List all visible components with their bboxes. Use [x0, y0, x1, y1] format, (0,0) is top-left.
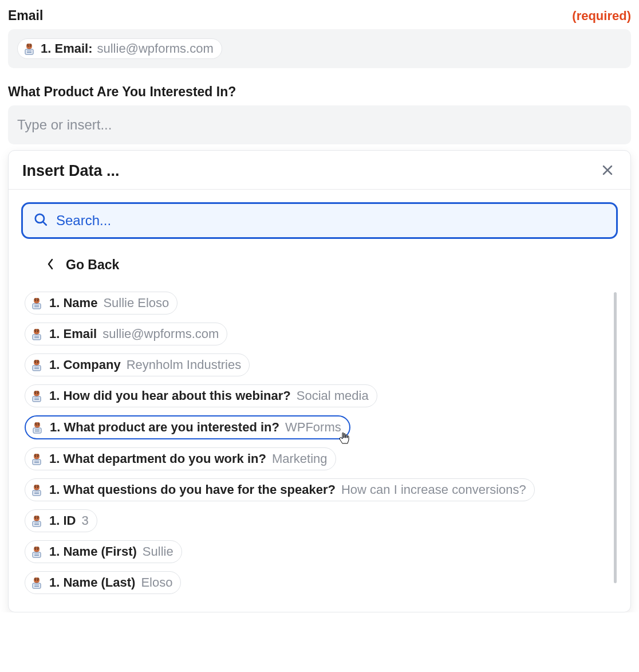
data-item-value: Marketing [272, 451, 328, 466]
email-label: Email [8, 8, 43, 23]
data-item-value: Sullie Eloso [103, 296, 169, 311]
wpforms-icon [22, 42, 36, 56]
product-label: What Product Are You Interested In? [8, 84, 236, 100]
svg-point-69 [36, 518, 37, 519]
wpforms-icon [30, 327, 44, 341]
svg-point-3 [28, 46, 29, 47]
email-input[interactable]: 1. Email: sullie@wpforms.com [8, 29, 631, 68]
data-item[interactable]: 1. Company Reynholm Industries [25, 353, 250, 376]
data-item[interactable]: 1. ID 3 [25, 509, 97, 532]
wpforms-icon [30, 389, 44, 403]
svg-rect-79 [33, 552, 41, 557]
data-item-label: 1. Email [49, 327, 97, 341]
svg-point-2 [30, 44, 32, 46]
svg-rect-63 [33, 490, 41, 496]
svg-point-77 [36, 549, 37, 550]
close-icon [601, 170, 614, 179]
svg-rect-5 [25, 49, 33, 54]
svg-rect-87 [33, 583, 41, 588]
svg-point-30 [37, 362, 38, 363]
svg-point-46 [38, 425, 39, 426]
data-item[interactable]: 1. Name (Last) Eloso [25, 571, 181, 594]
svg-point-1 [27, 44, 29, 46]
svg-point-13 [36, 300, 37, 301]
svg-rect-39 [33, 396, 41, 402]
svg-line-9 [43, 222, 46, 225]
svg-point-84 [37, 577, 40, 580]
wpforms-icon [30, 545, 44, 559]
svg-rect-47 [33, 428, 41, 433]
email-chip-label: 1. Email: [41, 41, 92, 56]
data-item[interactable]: 1. Name (First) Sullie [25, 540, 182, 563]
data-item-value: Reynholm Industries [127, 357, 242, 372]
data-item[interactable]: 1. How did you hear about this webinar? … [25, 384, 377, 407]
svg-point-14 [37, 300, 38, 301]
svg-point-53 [36, 456, 37, 457]
chevron-left-icon [46, 258, 54, 272]
wpforms-icon [30, 421, 44, 434]
wpforms-icon [30, 514, 44, 528]
svg-rect-23 [33, 335, 41, 340]
data-item-label: 1. How did you hear about this webinar? [49, 388, 291, 403]
search-field[interactable] [21, 202, 618, 239]
svg-rect-55 [33, 459, 41, 465]
data-item[interactable]: 1. Name Sullie Eloso [25, 292, 178, 315]
data-item-label: 1. ID [49, 513, 76, 528]
svg-point-35 [34, 391, 37, 393]
data-item-label: 1. Name (Last) [49, 575, 135, 590]
product-field-group: What Product Are You Interested In? Type… [8, 84, 631, 144]
data-item-value: WPForms [285, 420, 341, 435]
wpforms-icon [30, 452, 44, 466]
go-back-button[interactable]: Go Back [21, 239, 618, 288]
svg-point-78 [37, 549, 38, 550]
wpforms-icon [30, 358, 44, 372]
data-item-value: Sullie [143, 544, 173, 559]
required-badge: (required) [572, 9, 631, 23]
svg-point-68 [37, 516, 40, 518]
svg-point-43 [35, 422, 37, 425]
svg-point-36 [37, 391, 40, 393]
data-item-label: 1. Name (First) [49, 544, 137, 559]
data-item-label: 1. What department do you work in? [49, 451, 266, 466]
data-item-value: 3 [81, 513, 88, 528]
data-item[interactable]: 1. Email sullie@wpforms.com [25, 323, 227, 345]
search-input[interactable] [56, 213, 606, 229]
svg-point-83 [34, 577, 37, 580]
svg-point-27 [34, 360, 37, 362]
data-item[interactable]: 1. What product are you interested in? W… [25, 415, 350, 439]
svg-point-70 [37, 518, 38, 519]
data-item-label: 1. What product are you interested in? [50, 420, 279, 435]
email-chip[interactable]: 1. Email: sullie@wpforms.com [17, 38, 222, 59]
wpforms-icon [30, 576, 44, 590]
svg-point-45 [36, 425, 37, 426]
email-chip-value: sullie@wpforms.com [97, 41, 213, 56]
svg-point-38 [37, 393, 38, 394]
data-item-value: sullie@wpforms.com [102, 327, 219, 341]
scrollbar[interactable] [614, 292, 617, 583]
insert-data-popup: Insert Data ... Go Back 1. Name Sullie E… [8, 150, 631, 612]
svg-point-12 [37, 298, 40, 300]
data-item-label: 1. What questions do you have for the sp… [49, 482, 336, 497]
svg-point-60 [37, 485, 40, 487]
data-list: 1. Name Sullie Eloso1. Email sullie@wpfo… [21, 288, 618, 612]
product-input[interactable]: Type or insert... [8, 105, 631, 144]
data-item-value: How can I increase conversions? [341, 482, 526, 497]
data-item-value: Eloso [141, 575, 172, 590]
close-button[interactable] [598, 161, 617, 181]
data-item[interactable]: 1. What department do you work in? Marke… [25, 447, 336, 470]
svg-point-21 [36, 331, 37, 332]
svg-point-75 [34, 547, 37, 549]
svg-point-76 [37, 547, 40, 549]
data-item[interactable]: 1. What questions do you have for the sp… [25, 478, 535, 501]
svg-point-62 [37, 487, 38, 488]
data-item-value: Social media [297, 388, 369, 403]
svg-point-28 [37, 360, 40, 362]
svg-rect-15 [33, 304, 41, 309]
data-item-label: 1. Company [49, 357, 121, 372]
popup-title: Insert Data ... [22, 162, 120, 180]
wpforms-icon [30, 296, 44, 310]
svg-point-20 [37, 329, 40, 331]
svg-rect-31 [33, 366, 41, 371]
search-icon [33, 212, 48, 229]
product-placeholder: Type or insert... [17, 117, 112, 133]
